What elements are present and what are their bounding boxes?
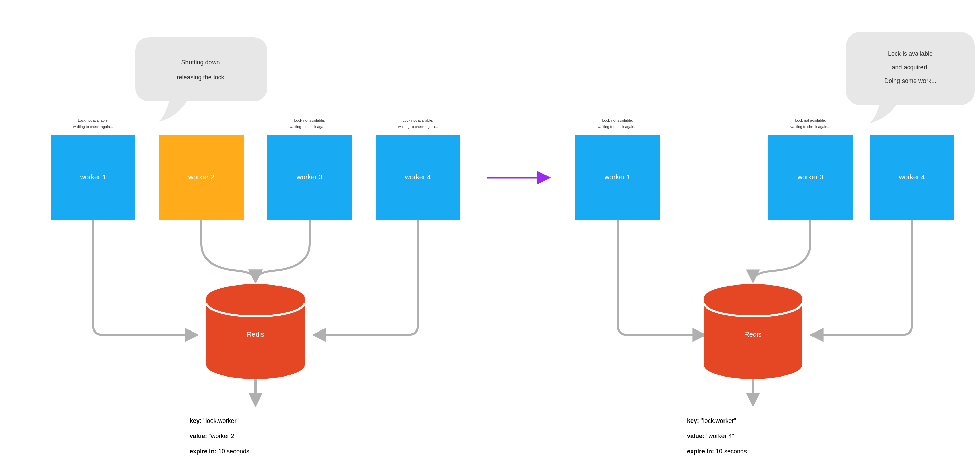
redis-cylinder-right: Redis (704, 284, 802, 379)
redis-cylinder-left: Redis (207, 284, 305, 379)
bubble-left-line2: releasing the lock. (177, 74, 226, 81)
info-value-label: value: (189, 433, 207, 439)
worker-label-4: worker 4 (405, 173, 431, 181)
info-expire-value: 10 seconds (218, 448, 250, 454)
info-key-label: key: (189, 418, 202, 424)
svg-text:key: "lock.worker": key: "lock.worker" (189, 418, 239, 424)
worker-box-1: Lock not available. waiting to check aga… (51, 118, 135, 220)
caption-line1: Lock not available. (602, 118, 633, 122)
worker-box-r1: Lock not available. waiting to check aga… (575, 118, 660, 220)
redis-info-left: key: "lock.worker" value: "worker 2" exp… (189, 418, 250, 454)
worker-box-4: Lock not available. waiting to check aga… (375, 118, 460, 220)
worker-label-r3: worker 3 (797, 173, 824, 181)
info-value-label-r: value: (687, 433, 705, 439)
info-expire-value-r: 10 seconds (716, 448, 747, 454)
worker-label-1: worker 1 (80, 173, 106, 181)
svg-text:expire in: 10 seconds: expire in: 10 seconds (687, 448, 747, 454)
speech-bubble-left: Shutting down. releasing the lock. (135, 37, 267, 122)
caption-line2: waiting to check again... (597, 124, 637, 129)
svg-text:expire in: 10 seconds: expire in: 10 seconds (189, 448, 250, 454)
info-expire-label: expire in: (189, 448, 216, 454)
svg-rect-0 (135, 37, 267, 102)
diagram-canvas: Shutting down. releasing the lock. Lock … (0, 0, 980, 456)
svg-point-17 (704, 352, 802, 379)
worker-box-r3: Lock not available. waiting to check aga… (768, 118, 853, 220)
worker-box-r4: worker 4 (870, 135, 954, 220)
caption-line1: Lock not available. (78, 118, 108, 122)
info-key-value: "lock.worker" (204, 418, 239, 424)
svg-text:value: "worker 4": value: "worker 4" (687, 433, 734, 439)
info-value-value: "worker 2" (209, 433, 237, 439)
bubble-right-line1: Lock is available (888, 51, 932, 57)
worker-label-r4: worker 4 (899, 173, 925, 181)
caption-line2: waiting to check again... (73, 124, 113, 129)
info-key-label-r: key: (687, 418, 699, 424)
caption-line1: Lock not available. (402, 118, 433, 122)
redis-label-right: Redis (744, 330, 761, 338)
info-key-value-r: "lock.worker" (701, 418, 736, 424)
caption-line2: waiting to check again... (398, 124, 438, 129)
bubble-left-line1: Shutting down. (181, 59, 221, 66)
svg-text:value: "worker 2": value: "worker 2" (189, 433, 237, 439)
worker-box-2: worker 2 (159, 135, 243, 220)
info-expire-label-r: expire in: (687, 448, 714, 454)
bubble-right-line2: and acquired. (892, 64, 929, 71)
svg-point-7 (207, 352, 305, 379)
caption-line2: waiting to check again... (790, 124, 830, 129)
svg-text:key: "lock.worker": key: "lock.worker" (687, 418, 736, 424)
caption-line2: waiting to check again... (290, 124, 329, 129)
worker-label-r1: worker 1 (605, 173, 631, 181)
worker-box-3: Lock not available. waiting to check aga… (267, 118, 352, 220)
info-value-value-r: "worker 4" (706, 433, 734, 439)
redis-info-right: key: "lock.worker" value: "worker 4" exp… (687, 418, 747, 454)
redis-label-left: Redis (247, 330, 264, 338)
right-panel: Lock is available and acquired. Doing so… (575, 32, 975, 454)
speech-bubble-right: Lock is available and acquired. Doing so… (846, 32, 975, 124)
left-panel: Shutting down. releasing the lock. Lock … (51, 37, 460, 454)
caption-line1: Lock not available. (795, 118, 826, 122)
bubble-right-line3: Doing some work... (884, 78, 936, 84)
worker-label-3: worker 3 (296, 173, 323, 181)
worker-label-2: worker 2 (188, 173, 215, 181)
caption-line1: Lock not available. (294, 118, 325, 122)
